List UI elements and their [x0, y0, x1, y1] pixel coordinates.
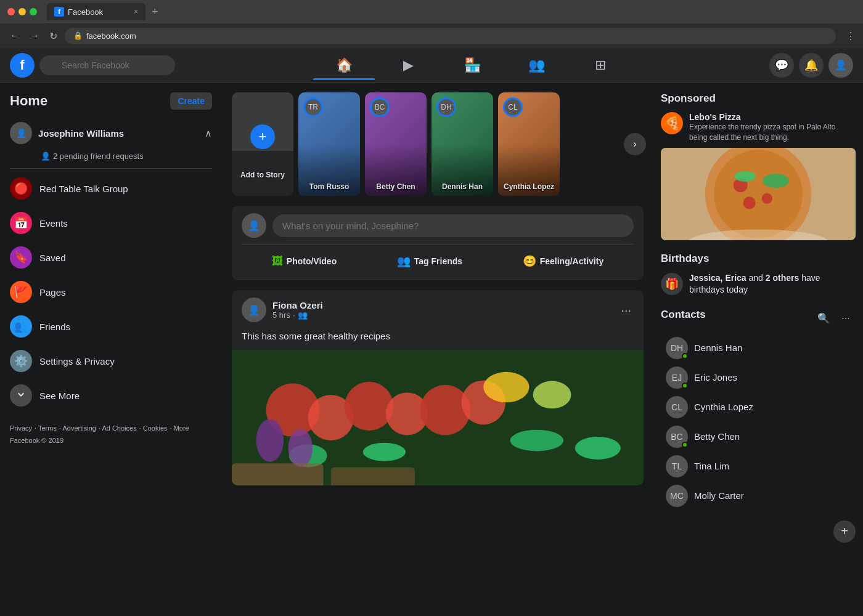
sidebar-item-pages[interactable]: 🚩 Pages [5, 275, 217, 309]
contact-name-eric: Eric Jones [694, 372, 737, 383]
birthday-text: Jessica, Erica and 2 others have birthda… [689, 272, 856, 296]
user-avatar: 👤 [10, 122, 32, 144]
story-tom[interactable]: TR Tom Russo [298, 92, 360, 196]
fb-feed: Add to Story + TR Tom Russo BC Betty Che… [222, 83, 653, 616]
contact-eric[interactable]: EJ Eric Jones [661, 363, 856, 392]
add-contact-button[interactable]: + [833, 521, 856, 543]
more-link[interactable]: More [174, 424, 189, 432]
sidebar-divider [10, 168, 212, 169]
groups-icon: 👥 [528, 57, 545, 73]
facebook-app: f 🔍 🏠 ▶ 🏪 👥 ⊞ 💬 [0, 48, 863, 616]
story-label-tom: Tom Russo [298, 182, 360, 191]
post-author-avatar: 👤 [242, 298, 266, 322]
sidebar-item-events[interactable]: 📅 Events [5, 206, 217, 240]
story-avatar-dennis: DH [436, 97, 456, 117]
forward-button[interactable]: → [27, 28, 42, 44]
cookies-link[interactable]: Cookies [143, 424, 168, 432]
watch-icon: ▶ [403, 57, 414, 73]
url-bar[interactable]: 🔒 facebook.com [65, 28, 836, 44]
sidebar-item-saved[interactable]: 🔖 Saved [5, 240, 217, 275]
svg-point-3 [345, 382, 393, 431]
new-tab-button[interactable]: + [148, 6, 162, 18]
sponsor-info: Lebo's Pizza Experience the trendy pizza… [689, 112, 856, 143]
story-cynthia[interactable]: CL Cynthia Lopez [498, 92, 560, 196]
terms-link[interactable]: Terms [38, 424, 57, 432]
composer-input[interactable] [272, 214, 634, 237]
tab-close-button[interactable]: × [134, 7, 138, 16]
red-table-icon: 🔴 [10, 177, 32, 200]
footer-links: Privacy· Terms· Advertising· Ad Choices·… [10, 423, 212, 435]
maximize-window-button[interactable] [30, 8, 37, 15]
contact-avatar-tina: TL [666, 455, 688, 477]
contact-tina[interactable]: TL Tina Lim [661, 452, 856, 481]
story-add-label: Add to Story [240, 171, 285, 179]
header-actions: 💬 🔔 👤 [769, 53, 853, 78]
story-add-card[interactable]: Add to Story + [232, 92, 293, 196]
messenger-icon: 💬 [775, 59, 788, 72]
birthday-gift-icon: 🎁 [661, 273, 683, 295]
contacts-search-button[interactable]: 🔍 [814, 309, 833, 328]
photo-video-button[interactable]: 🖼 Photo/Video [264, 250, 344, 273]
minimize-window-button[interactable] [18, 8, 26, 15]
contact-molly[interactable]: MC Molly Carter [661, 481, 856, 511]
story-avatar-cynthia: CL [503, 97, 523, 117]
svg-point-21 [762, 193, 772, 203]
contact-name-dennis: Dennis Han [694, 342, 742, 353]
svg-rect-15 [232, 463, 323, 485]
story-betty[interactable]: BC Betty Chen [365, 92, 427, 196]
sidebar-item-settings[interactable]: ⚙️ Settings & Privacy [5, 344, 217, 378]
feeling-activity-button[interactable]: 😊 Feeling/Activity [515, 249, 611, 273]
browser-menu-button[interactable]: ⋮ [846, 30, 856, 42]
online-indicator [682, 442, 688, 448]
post-meta: 5 hrs · 👥 [272, 310, 612, 320]
svg-rect-16 [331, 467, 415, 485]
svg-point-9 [510, 430, 564, 452]
advertising-link[interactable]: Advertising [62, 424, 96, 432]
refresh-button[interactable]: ↻ [47, 28, 60, 44]
chevron-up-icon: ∧ [205, 128, 212, 139]
stories-next-button[interactable]: › [624, 133, 646, 155]
svg-point-12 [288, 429, 313, 468]
story-avatar-tom: TR [303, 97, 323, 117]
nav-watch[interactable]: ▶ [377, 51, 439, 80]
story-dennis[interactable]: DH Dennis Han [432, 92, 493, 196]
privacy-link[interactable]: Privacy [10, 424, 32, 432]
story-avatar-betty: BC [370, 97, 390, 117]
tag-friends-icon: 👥 [397, 254, 411, 268]
sidebar-item-red-table[interactable]: 🔴 Red Table Talk Group [5, 171, 217, 206]
notifications-button[interactable]: 🔔 [799, 53, 824, 78]
sidebar-item-friends[interactable]: 👥 Friends [5, 309, 217, 344]
nav-marketplace[interactable]: 🏪 [441, 51, 503, 80]
search-input[interactable] [39, 55, 175, 75]
create-button[interactable]: Create [170, 92, 212, 110]
nav-home[interactable]: 🏠 [313, 51, 375, 80]
contacts-header: Contacts 🔍 ··· [661, 309, 856, 328]
composer-avatar: 👤 [242, 213, 266, 238]
post-more-button[interactable]: ··· [618, 301, 634, 320]
ad-choices-link[interactable]: Ad Choices [102, 424, 136, 432]
post-author-name: Fiona Ozeri [272, 300, 612, 310]
sidebar-item-see-more[interactable]: See More [5, 378, 217, 413]
sidebar-user-item[interactable]: 👤 Josephine Williams ∧ [5, 117, 217, 149]
back-button[interactable]: ← [7, 28, 22, 44]
birthday-suffix: and [749, 273, 766, 283]
messenger-button[interactable]: 💬 [769, 53, 794, 78]
profile-menu-button[interactable]: 👤 [828, 53, 853, 78]
tag-friends-button[interactable]: 👥 Tag Friends [390, 249, 470, 273]
contact-cynthia[interactable]: CL Cynthia Lopez [661, 392, 856, 422]
lock-icon: 🔒 [73, 31, 83, 40]
nav-gaming[interactable]: ⊞ [570, 51, 631, 80]
feeling-icon: 😊 [523, 254, 536, 268]
sponsor-image [661, 148, 856, 240]
close-window-button[interactable] [7, 8, 15, 15]
footer-copyright: Facebook © 2019 [10, 435, 212, 447]
add-story-icon: + [250, 124, 275, 149]
contact-dennis[interactable]: DH Dennis Han [661, 333, 856, 363]
sidebar-right: Sponsored 🍕 Lebo's Pizza Experience the … [653, 83, 863, 616]
contact-betty[interactable]: BC Betty Chen [661, 422, 856, 452]
contacts-more-button[interactable]: ··· [836, 309, 856, 328]
nav-groups[interactable]: 👥 [505, 51, 567, 80]
sponsored-title: Sponsored [661, 92, 856, 105]
pages-icon: 🚩 [10, 281, 32, 303]
tab-facebook[interactable]: f Facebook × [47, 3, 145, 20]
